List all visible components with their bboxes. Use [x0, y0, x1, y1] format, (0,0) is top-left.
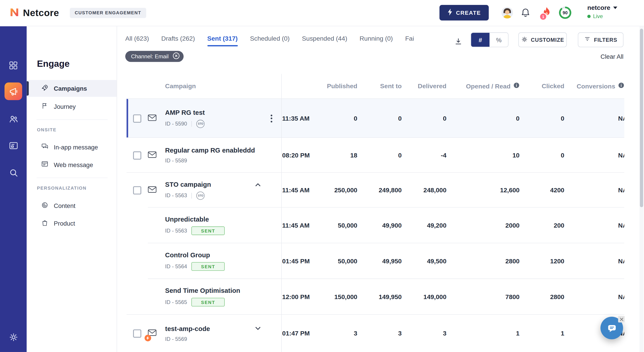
sidebar-item-content[interactable]: Content: [26, 197, 116, 214]
campaign-name[interactable]: Send Time Optimisation: [165, 287, 240, 295]
campaign-name[interactable]: Regular camp RG enableddd: [165, 147, 255, 154]
tab-drafts[interactable]: Drafts (262): [161, 30, 195, 47]
cell-sent-to: 0: [398, 115, 402, 122]
cell-delivered: 49,500: [427, 258, 446, 265]
cell-delivered: 3: [443, 330, 446, 337]
row-checkbox[interactable]: [133, 114, 141, 123]
create-button[interactable]: CREATE: [440, 5, 488, 20]
campaign-id: ID - 5589: [165, 158, 187, 164]
campaign-name[interactable]: AMP RG test: [165, 109, 204, 116]
table-header: Campaign Published Sent to Delivered Ope…: [126, 74, 624, 99]
user-avatar[interactable]: [502, 7, 513, 18]
download-button[interactable]: [452, 36, 464, 47]
campaign-name[interactable]: STO campaign: [165, 181, 211, 188]
sidebar-item-inapp-message[interactable]: In-app message: [26, 139, 116, 156]
rail-content-panel-icon[interactable]: [4, 137, 22, 154]
campaign-meta: ID - 5589: [165, 158, 255, 164]
campaign-meta: ID - 5563 SENT: [165, 226, 224, 235]
collapse-row-chevron-up[interactable]: [254, 179, 262, 189]
info-icon[interactable]: [618, 82, 624, 90]
row-checkbox[interactable]: [133, 151, 141, 160]
row-checkbox[interactable]: [133, 330, 141, 338]
campaign-name[interactable]: test-amp-code: [165, 325, 210, 333]
tab-scheduled[interactable]: Scheduled (0): [250, 30, 290, 47]
bolt-icon: [448, 9, 453, 17]
sidebar-item-journey[interactable]: Journey: [26, 98, 116, 115]
campaign-name[interactable]: Unpredictable: [165, 216, 224, 223]
table-row[interactable]: STO campaign ID - 5563 STO 11:45 AM 250,…: [126, 173, 624, 207]
notifications-bell-icon[interactable]: [521, 8, 530, 20]
campaign-meta: ID - 5563 STO: [165, 191, 211, 200]
clear-all-link[interactable]: Clear All: [600, 51, 624, 62]
table-subrow[interactable]: Unpredictable ID - 5563 SENT 11:45 AM 50…: [126, 207, 624, 243]
rail-search-icon[interactable]: [4, 164, 22, 181]
streak-flame-icon[interactable]: 1: [541, 6, 552, 20]
chevron-down-icon: [613, 6, 617, 9]
scrollbar-thumb[interactable]: [640, 29, 643, 207]
sidebar-item-label: In-app message: [54, 144, 98, 151]
tab-all[interactable]: All (623): [125, 30, 149, 47]
cell-opened: 1: [516, 330, 520, 337]
sidebar-item-product[interactable]: Product: [26, 215, 116, 232]
campaign-meta: ID - 5565 SENT: [165, 298, 240, 306]
score-value: 90: [562, 10, 568, 15]
tab-suspended[interactable]: Suspended (44): [302, 30, 347, 47]
cell-opened: 0: [516, 115, 520, 122]
cell-delivered: 149,000: [424, 293, 446, 300]
table-row[interactable]: Regular camp RG enableddd ID - 5589 08:2…: [126, 138, 624, 173]
tab-running[interactable]: Running (0): [360, 30, 393, 47]
unit-number-toggle[interactable]: #: [471, 33, 490, 47]
sidebar-item-label: Product: [54, 220, 75, 227]
row-menu-kebab[interactable]: [269, 113, 274, 124]
info-icon[interactable]: [514, 82, 520, 90]
amp-badge-icon: [145, 335, 151, 341]
cell-opened: 2800: [505, 258, 520, 265]
customize-button[interactable]: CUSTOMIZE: [518, 32, 567, 47]
filters-label: FILTERS: [594, 37, 617, 43]
account-switcher[interactable]: netcore Live: [588, 4, 618, 19]
browser-window-icon: [41, 160, 48, 169]
score-progress-ring[interactable]: 90: [559, 6, 571, 19]
divider: [192, 121, 192, 127]
cell-conversions: NA: [618, 293, 624, 300]
shopping-bag-icon: [41, 219, 48, 228]
account-status: Live: [588, 13, 618, 19]
expand-row-chevron-down[interactable]: [254, 323, 262, 333]
sidebar-item-campaigns[interactable]: Campaigns: [26, 80, 116, 97]
row-checkbox[interactable]: [133, 186, 141, 194]
brand-name: Netcore: [23, 7, 59, 18]
account-name: netcore: [588, 4, 610, 11]
cell-conversions: NA: [618, 186, 624, 194]
campaign-name[interactable]: Control Group: [165, 251, 224, 259]
top-bar: Netcore CUSTOMER ENGAGEMENT CREATE 1 90 …: [0, 0, 644, 26]
rail-dashboard-icon[interactable]: [4, 56, 22, 74]
table-row[interactable]: AMP RG test ID - 5590 STO 11:35 AM 0 0 0…: [126, 99, 624, 138]
rocket-icon: [41, 84, 48, 93]
remove-filter-icon[interactable]: [172, 52, 180, 61]
email-channel-icon: [148, 114, 156, 123]
status-badge-sent: SENT: [192, 298, 225, 306]
table-subrow[interactable]: Send Time Optimisation ID - 5565 SENT 12…: [126, 279, 624, 315]
rail-campaigns-icon[interactable]: [4, 82, 22, 100]
sidebar-item-web-message[interactable]: Web message: [26, 156, 116, 173]
netcore-logo[interactable]: Netcore: [9, 0, 59, 26]
filter-chip-channel-email[interactable]: Channel: Email: [125, 51, 183, 62]
cell-clicked: 4200: [550, 186, 564, 194]
tab-sent[interactable]: Sent (317): [207, 30, 238, 47]
netcore-logo-mark-icon: [9, 7, 20, 19]
cell-clicked: 1200: [550, 258, 564, 265]
cell-time: 08:20 PM: [282, 152, 310, 159]
content-target-icon: [41, 201, 48, 210]
rail-audience-icon[interactable]: [4, 110, 22, 128]
app-window: Netcore CUSTOMER ENGAGEMENT CREATE 1 90 …: [0, 0, 644, 352]
rail-settings-gear-icon[interactable]: [4, 328, 22, 346]
chat-close-button[interactable]: [618, 316, 624, 322]
filters-button[interactable]: FILTERS: [578, 32, 624, 47]
campaign-id: ID - 5563: [165, 228, 187, 234]
table-row[interactable]: test-amp-code ID - 5569 01:47 PM 3 3 3 1…: [126, 315, 624, 352]
status-badge-sent: SENT: [192, 262, 225, 271]
table-subrow[interactable]: Control Group ID - 5564 SENT 01:45 PM 50…: [126, 243, 624, 279]
cell-sent-to: 149,950: [378, 293, 402, 300]
unit-percent-toggle[interactable]: %: [490, 33, 508, 47]
tab-failed[interactable]: Fai: [405, 30, 414, 47]
